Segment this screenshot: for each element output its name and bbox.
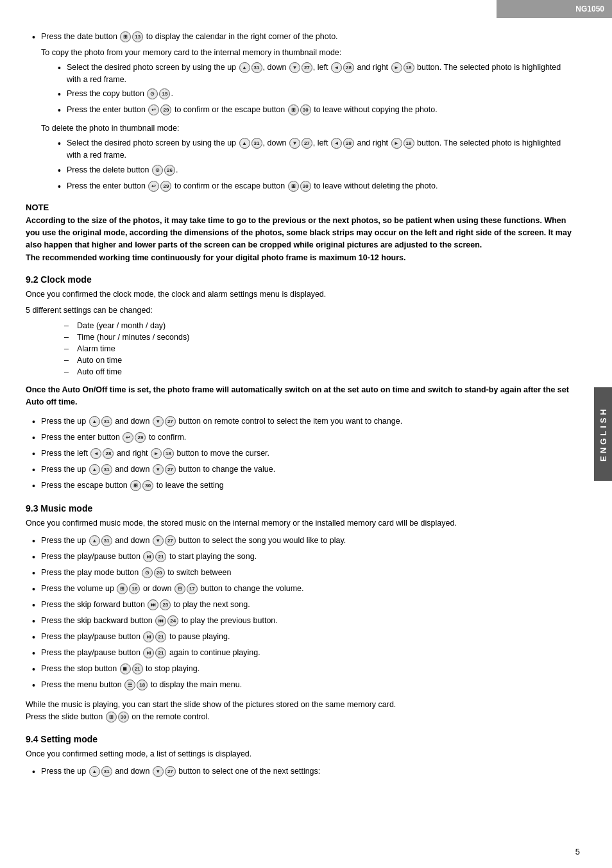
- list-item: • Press the play/pause button ⏯21 again …: [26, 647, 574, 660]
- list-item: • Press the up ▲31 and down ▼27 button o…: [26, 415, 574, 429]
- section-9-2-bold-note: Once the Auto On/Off time is set, the ph…: [26, 384, 574, 409]
- list-item: • Press the escape button ⊞30 to leave t…: [26, 480, 574, 493]
- section-9-3-extra: While the music is playing, you can star…: [26, 699, 574, 724]
- list-item: To copy the photo from your memory card …: [26, 47, 574, 59]
- list-item: • Press the stop button ⏹21 to stop play…: [26, 663, 574, 676]
- top-bar: NG1050: [497, 0, 612, 18]
- list-item: • Press the play mode button ⊙20 to swit…: [26, 567, 574, 580]
- page-container: NG1050 ENGLISH • Press the date button ⊞…: [0, 0, 612, 868]
- list-item: • Press the up ▲31 and down ▼27 button t…: [26, 765, 574, 779]
- section-9-4-heading: 9.4 Setting mode: [26, 734, 574, 744]
- list-item: • Press the play/pause button ⏯21 to pau…: [26, 631, 574, 644]
- list-item: • Press the left ◄28 and right ►18 butto…: [26, 447, 574, 461]
- list-item: • Press the up ▲31 and down ▼27 button t…: [26, 535, 574, 548]
- list-item: • Press the enter button ↩29 to confirm …: [26, 104, 574, 117]
- section-9-2-intro: Once you confirmed the clock mode, the c…: [26, 288, 574, 301]
- list-item: – Auto off time: [26, 367, 574, 376]
- list-item: • Press the delete button ⊙26.: [26, 164, 574, 178]
- icon-date: ⊞: [120, 31, 131, 42]
- list-item: – Time (hour / minutes / seconds): [26, 333, 574, 342]
- section-9-3: 9.3 Music mode Once you confirmed music …: [26, 503, 574, 724]
- note-body: According to the size of the photos, it …: [26, 215, 574, 265]
- list-item: – Alarm time: [26, 344, 574, 353]
- section-9-4-intro: Once you confirmed setting mode, a list …: [26, 748, 574, 760]
- list-item: • Press the skip backward button ⏮24 to …: [26, 615, 574, 628]
- note-block: NOTE According to the size of the photos…: [26, 203, 574, 265]
- list-item: To delete the photo in thumbnail mode:: [26, 122, 574, 135]
- section-9-3-heading: 9.3 Music mode: [26, 503, 574, 513]
- list-item: • Select the desired photo screen by usi…: [26, 137, 574, 162]
- list-item: • Press the enter button ↩29 to confirm.: [26, 431, 574, 445]
- model-number: NG1050: [575, 4, 604, 13]
- list-item: – Auto on time: [26, 356, 574, 365]
- main-content: • Press the date button ⊞13 to display t…: [26, 31, 574, 779]
- list-item: • Press the date button ⊞13 to display t…: [26, 31, 574, 44]
- intro-section: • Press the date button ⊞13 to display t…: [26, 31, 574, 194]
- list-item: – Date (year / month / day): [26, 321, 574, 330]
- list-item: • Press the enter button ↩29 to confirm …: [26, 180, 574, 194]
- list-item: • Press the skip forward button ⏭23 to p…: [26, 599, 574, 612]
- language-label: ENGLISH: [599, 406, 608, 462]
- list-item: • Select the desired photo screen by usi…: [26, 62, 574, 86]
- language-tab: ENGLISH: [594, 387, 612, 481]
- list-item: • Press the copy button ⊙15.: [26, 88, 574, 101]
- section-9-4: 9.4 Setting mode Once you confirmed sett…: [26, 734, 574, 779]
- list-item: • Press the volume up ⊞16 or down ⊟17 bu…: [26, 583, 574, 596]
- list-item: • Press the menu button ☰18 to display t…: [26, 679, 574, 692]
- list-item: • Press the up ▲31 and down ▼27 button t…: [26, 463, 574, 477]
- section-9-2: 9.2 Clock mode Once you confirmed the cl…: [26, 274, 574, 493]
- list-item: • Press the play/pause button ⏯21 to sta…: [26, 551, 574, 564]
- page-number: 5: [575, 847, 580, 856]
- section-9-2-intro2: 5 different settings can be changed:: [26, 305, 574, 317]
- section-9-2-heading: 9.2 Clock mode: [26, 274, 574, 285]
- icon-13: 13: [132, 31, 143, 42]
- note-extra-line: The recommended working time continuousl…: [26, 253, 405, 262]
- note-title: NOTE: [26, 203, 574, 212]
- section-9-3-intro: Once you confirmed music mode, the store…: [26, 517, 574, 530]
